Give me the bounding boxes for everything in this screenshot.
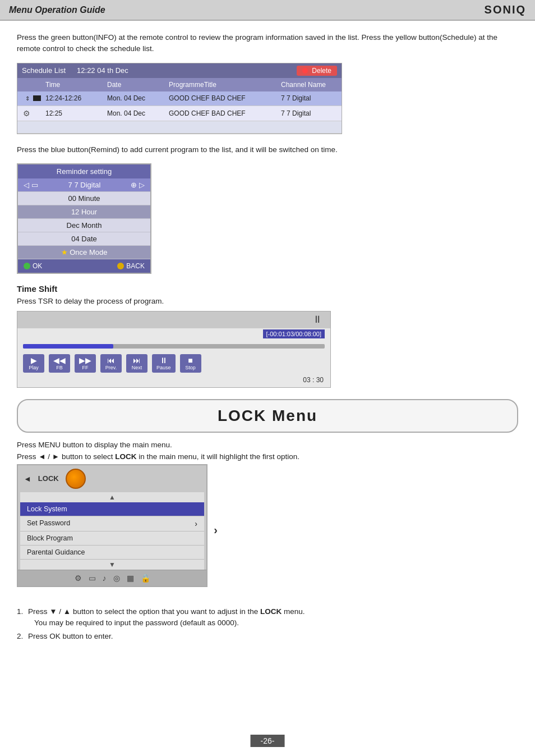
circle-green-icon xyxy=(24,263,30,269)
schedule-row[interactable]: ⚙ 12:25 Mon. 04 Dec GOOD CHEF BAD CHEF 7… xyxy=(17,106,342,121)
schedule-list-title: Schedule List xyxy=(22,66,66,75)
next-icon: ⏭ xyxy=(133,356,141,364)
reminder-setting-box: Reminder setting ◁ ▭ 7 7 Digital ⊕ ▷ 00 … xyxy=(17,163,151,274)
reminder-mode: Once Mode xyxy=(70,248,107,256)
lock-ui-header: ◄ LOCK xyxy=(18,465,206,492)
reminder-minute: 00 Minute xyxy=(68,194,100,203)
tsr-time-label: [-00:01:03/00:08:00] xyxy=(263,329,325,338)
lock-padlock-icon: 🔒 xyxy=(141,574,150,583)
lock-right-outer-arrow-icon: › xyxy=(214,524,218,537)
lock-icon xyxy=(66,469,86,489)
lock-label: LOCK xyxy=(38,474,59,483)
fb-label: FB xyxy=(56,365,63,370)
grid-icon: ▦ xyxy=(127,574,134,583)
next-button[interactable]: ⏭ Next xyxy=(126,354,147,373)
rec-icon xyxy=(33,95,41,101)
lock-press2-pre: Press ◄ / ► button to select xyxy=(17,452,115,461)
stop-icon: ■ xyxy=(188,356,192,364)
intro-para1: Press the green button(INFO) at the remo… xyxy=(17,32,518,55)
back-label: BACK xyxy=(126,262,145,270)
back-button[interactable]: BACK xyxy=(117,262,145,270)
prev-label: Prev. xyxy=(105,365,117,370)
ff-label: FF xyxy=(82,365,89,370)
para2: Press the blue button(Remind) to add cur… xyxy=(17,144,518,155)
lock-menu-banner: LOCK Menu xyxy=(17,399,518,433)
reminder-mode-row[interactable]: ★ Once Mode xyxy=(18,246,150,259)
lock-press2-bold: LOCK xyxy=(115,452,136,461)
lock-menu-item-block-program[interactable]: Block Program xyxy=(20,532,204,546)
ok-label: OK xyxy=(33,262,42,270)
lock-menu-items: ▲ Lock System Set Password › Block Progr… xyxy=(20,492,204,570)
lock-press2: Press ◄ / ► button to select LOCK in the… xyxy=(17,452,518,461)
triangle-up-icon: ▲ xyxy=(20,492,204,502)
fb-icon: ◀◀ xyxy=(53,356,66,364)
next-label: Next xyxy=(132,365,142,370)
lock-menu-item-lock-system[interactable]: Lock System xyxy=(20,502,204,516)
pause-label: Pause xyxy=(156,365,171,370)
lock-bold-1: LOCK xyxy=(260,607,282,616)
delete-button[interactable]: Delete xyxy=(297,66,337,76)
tsr-progress-bar xyxy=(23,344,325,349)
lock-ui-container: ◄ LOCK ▲ Lock System Set Password › Bloc… xyxy=(17,464,207,587)
reminder-hour: 12 Hour xyxy=(71,208,97,216)
tsr-bar: ⏸ [-00:01:03/00:08:00] ▶ Play ◀◀ FB ▶▶ F… xyxy=(17,311,331,388)
row2-time: 12:25 xyxy=(43,108,105,118)
set-password-arrow-icon: › xyxy=(195,519,197,528)
ok-button[interactable]: OK xyxy=(24,262,42,270)
reminder-title: Reminder setting xyxy=(57,167,112,176)
pause-button[interactable]: ⏸ Pause xyxy=(152,354,176,373)
main-content: Press the green button(INFO) at the remo… xyxy=(0,21,535,656)
schedule-row[interactable]: ⇕ 12:24-12:26 Mon. 04 Dec GOOD CHEF BAD … xyxy=(17,91,342,106)
col-title: ProgrammeTitle xyxy=(167,80,279,90)
stop-label: Stop xyxy=(185,365,196,370)
right-arrow-icon: ⊕ ▷ xyxy=(131,181,145,189)
row2-icon: ⚙ xyxy=(21,108,43,119)
star-icon: ★ xyxy=(61,248,70,256)
schedule-list-table: Schedule List 12:22 04 th Dec Delete Tim… xyxy=(17,63,342,134)
row1-icon: ⇕ xyxy=(21,93,43,104)
music-icon: ♪ xyxy=(103,574,107,583)
prev-button[interactable]: ⏮ Prev. xyxy=(100,354,122,373)
instruction-2: 2. Press OK button to enter. xyxy=(17,631,518,642)
schedule-list-header: Schedule List 12:22 04 th Dec Delete xyxy=(17,63,342,78)
logo: SONIQ xyxy=(485,3,526,16)
ff-icon: ▶▶ xyxy=(79,356,91,364)
reminder-channel-row[interactable]: ◁ ▭ 7 7 Digital ⊕ ▷ xyxy=(18,178,150,192)
schedule-list-datetime: 12:22 04 th Dec xyxy=(77,66,128,75)
play-button[interactable]: ▶ Play xyxy=(23,354,44,373)
lock-menu-item-parental-guidance[interactable]: Parental Guidance xyxy=(20,546,204,560)
reminder-date-row: 04 Date xyxy=(18,232,150,246)
row1-date: Mon. 04 Dec xyxy=(105,93,167,103)
row1-channel: 7 7 Digital xyxy=(279,93,352,103)
lock-menu-item-set-password[interactable]: Set Password › xyxy=(20,516,204,532)
left-arrow-icon: ◁ ▭ xyxy=(24,181,38,189)
circle-red-indicator xyxy=(302,68,308,74)
pause-icon: ⏸ xyxy=(160,356,168,364)
lock-press2-post: in the main menu, it will highlight the … xyxy=(137,452,299,461)
reminder-month: Dec Month xyxy=(67,221,102,230)
reminder-minute-row: 00 Minute xyxy=(18,192,150,205)
col-date: Date xyxy=(105,80,167,90)
play-label: Play xyxy=(29,365,39,370)
reminder-hour-row[interactable]: 12 Hour xyxy=(18,205,150,219)
tsr-timestamp: 03 : 30 xyxy=(17,376,330,384)
tv-icon: ▭ xyxy=(89,574,96,583)
reminder-month-row: Dec Month xyxy=(18,219,150,232)
tsr-controls: ▶ Play ◀◀ FB ▶▶ FF ⏮ Prev. ⏭ Next ⏸ Paus… xyxy=(17,351,330,376)
reminder-header: Reminder setting xyxy=(18,164,150,178)
row2-date: Mon. 04 Dec xyxy=(105,108,167,118)
prev-icon: ⏮ xyxy=(107,356,115,364)
reminder-footer: OK BACK xyxy=(18,259,150,273)
schedule-row-empty xyxy=(17,121,342,134)
row2-channel: 7 7 Digital xyxy=(279,108,352,118)
ff-button[interactable]: ▶▶ FF xyxy=(75,354,96,373)
reminder-channel: 7 7 Digital xyxy=(68,181,101,189)
reminder-date: 04 Date xyxy=(71,235,97,243)
row1-title: GOOD CHEF BAD CHEF xyxy=(167,93,279,103)
header-title: Menu Operation Guide xyxy=(9,5,105,15)
circle-yellow-icon xyxy=(117,263,124,269)
fb-button[interactable]: ◀◀ FB xyxy=(49,354,70,373)
instruction-1: 1. Press ▼ / ▲ button to select the opti… xyxy=(17,606,518,629)
stop-button[interactable]: ■ Stop xyxy=(180,354,201,373)
triangle-down-icon: ▼ xyxy=(20,560,204,570)
